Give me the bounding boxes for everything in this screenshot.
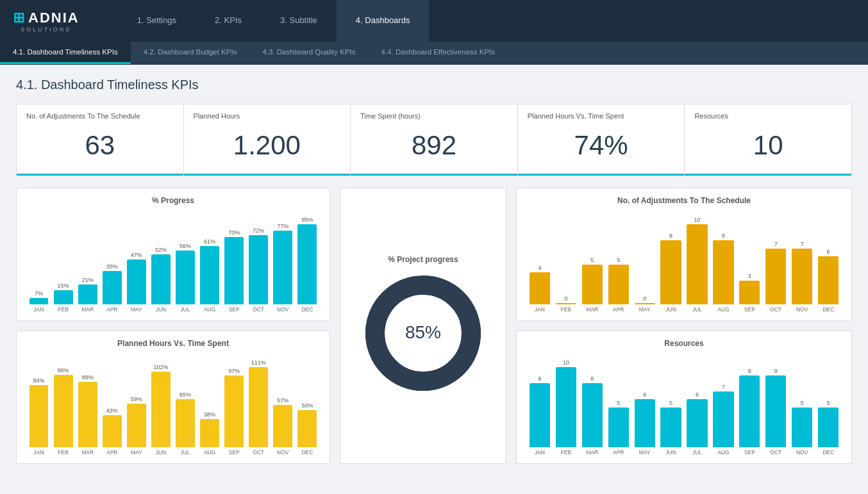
progress-chart-panel: % Progress 7%JAN15%FEB21%MAR35%APR47%MAY… <box>16 188 330 321</box>
nav-tab-kpis[interactable]: 2. KPIs <box>196 0 261 42</box>
bar-month-label: FEB <box>58 306 69 313</box>
bar-month-label: NOV <box>796 306 808 313</box>
bar-col: 7AUG <box>711 359 735 456</box>
bar-month-label: JUL <box>180 449 190 456</box>
bar-value-label: 65% <box>179 391 191 398</box>
bar-month-label: APR <box>613 449 624 456</box>
bar-col: 88%MAR <box>76 359 99 456</box>
bar-col: 8MAR <box>580 359 605 456</box>
bar-month-label: JUN <box>665 306 676 313</box>
bar-month-label: SEP <box>744 449 755 456</box>
sub-header: 4.1. Dashboard Timeliness KPIs 4.2. Dash… <box>0 42 868 65</box>
bar-value-label: 102% <box>153 364 168 370</box>
bar-month-label: OCT <box>253 306 264 313</box>
planned-vs-spent-chart-panel: Planned Hours Vs. Time Spent 84%JAN98%FE… <box>16 331 330 464</box>
bar-col: 111%OCT <box>247 359 270 456</box>
bar-col: 0MAY <box>633 217 657 313</box>
bar-col: 10FEB <box>554 359 578 456</box>
bar <box>54 375 73 447</box>
bar-month-label: DEC <box>822 449 834 456</box>
bar-col: 6JUL <box>685 359 710 456</box>
bar-col: 10JUL <box>685 217 710 313</box>
bar-value-label: 0 <box>564 295 567 302</box>
bar-month-label: AUG <box>204 306 215 313</box>
bar-month-label: MAY <box>639 449 651 456</box>
center-panel: % Project progress 85% <box>340 188 506 464</box>
bar-value-label: 57% <box>277 397 288 404</box>
bar-col: 59%MAY <box>125 359 147 456</box>
sub-tab-quality[interactable]: 4.3. Dashboard Quality KPIs <box>249 42 368 64</box>
bar-value-label: 72% <box>253 227 264 234</box>
bar-month-label: OCT <box>770 449 781 456</box>
bar-month-label: JUL <box>180 306 190 313</box>
bar-value-label: 8 <box>669 233 672 239</box>
bar <box>635 303 655 304</box>
bar-value-label: 84% <box>33 377 45 384</box>
bar-col: 65%JUL <box>174 359 196 456</box>
sub-tab-effectiveness[interactable]: 4.4. Dashboard Effectiveness KPIs <box>369 42 508 64</box>
bar-value-label: 15% <box>58 283 69 289</box>
bar <box>818 408 839 448</box>
adjustments-chart-panel: No. of Adjustments To The Schedule 4JAN0… <box>516 188 852 321</box>
bar-month-label: DEC <box>822 306 834 313</box>
bar-value-label: 6 <box>643 391 646 398</box>
planned-vs-spent-chart-title: Planned Hours Vs. Time Spent <box>24 339 322 348</box>
bar-month-label: APR <box>106 306 117 313</box>
bar-month-label: MAR <box>81 449 94 456</box>
bar <box>54 290 73 305</box>
bar <box>792 249 812 305</box>
adjustments-bar-chart: 4JAN0FEB5MAR5APR0MAY8JUN10JUL8AUG3SEP7OC… <box>524 210 844 313</box>
bar <box>127 259 146 305</box>
bar-month-label: AUG <box>717 449 729 456</box>
bar-month-label: AUG <box>717 306 729 313</box>
bar-col: 56%JUL <box>174 217 196 313</box>
bar-col: 6MAY <box>633 359 657 456</box>
bar <box>660 408 681 448</box>
bar <box>224 237 244 304</box>
bar-month-label: MAR <box>586 306 598 313</box>
bar-value-label: 61% <box>204 238 215 245</box>
bar-col: 3SEP <box>737 217 762 313</box>
main-charts: % Progress 7%JAN15%FEB21%MAR35%APR47%MAY… <box>16 188 852 464</box>
bar-value-label: 10 <box>563 359 569 366</box>
progress-chart-title: % Progress <box>24 196 322 205</box>
sub-tab-budget[interactable]: 4.2. Dashboard Budget KPIs <box>131 42 250 64</box>
bar-col: 85%DEC <box>296 217 319 313</box>
bar <box>530 272 550 304</box>
nav-tab-dashboards[interactable]: 4. Dashboards <box>337 0 430 42</box>
bar-col: 4JAN <box>528 217 552 313</box>
donut-chart-title: % Project progress <box>388 255 458 264</box>
bar-col: 47%MAY <box>125 217 147 313</box>
bar-month-label: MAR <box>586 449 598 456</box>
bar-month-label: OCT <box>770 306 781 313</box>
bar-col: 84%JAN <box>28 359 50 456</box>
bar <box>713 391 733 448</box>
bar-month-label: MAY <box>131 449 142 456</box>
content: 4.1. Dashboard Timeliness KPIs No. of Ad… <box>0 65 868 477</box>
nav-tab-subtitle[interactable]: 3. Subtitle <box>261 0 337 42</box>
planned-vs-spent-bar-chart: 84%JAN98%FEB88%MAR43%APR59%MAY102%JUN65%… <box>24 353 322 456</box>
kpi-adjustments: No. of Adjustments To The Schedule 63 <box>17 104 184 176</box>
kpi-adjustments-label: No. of Adjustments To The Schedule <box>26 112 174 120</box>
bar <box>78 382 97 447</box>
kpi-planned-hours: Planned Hours 1.200 <box>184 104 351 176</box>
kpi-resources-label: Resources <box>694 112 842 120</box>
bar-col: 7OCT <box>764 217 788 313</box>
bar-col: 72%OCT <box>247 217 270 313</box>
bar-month-label: NOV <box>277 306 288 313</box>
bar-month-label: JUN <box>156 449 167 456</box>
nav-tab-settings[interactable]: 1. Settings <box>118 0 196 42</box>
kpi-planned-hours-value: 1.200 <box>194 125 341 166</box>
sub-tab-timeliness[interactable]: 4.1. Dashboard Timeliness KPIs <box>0 42 131 64</box>
bar <box>687 224 707 304</box>
bar <box>151 254 171 304</box>
bar-col: 21%MAR <box>76 217 99 313</box>
bar <box>249 367 268 447</box>
bar-value-label: 98% <box>58 367 69 374</box>
bar-col: 50%DEC <box>296 359 319 456</box>
bar-month-label: APR <box>613 306 624 313</box>
bar <box>765 249 786 305</box>
bar-month-label: FEB <box>58 449 69 456</box>
bar-month-label: JAN <box>34 449 44 456</box>
bar-value-label: 5 <box>590 257 594 263</box>
